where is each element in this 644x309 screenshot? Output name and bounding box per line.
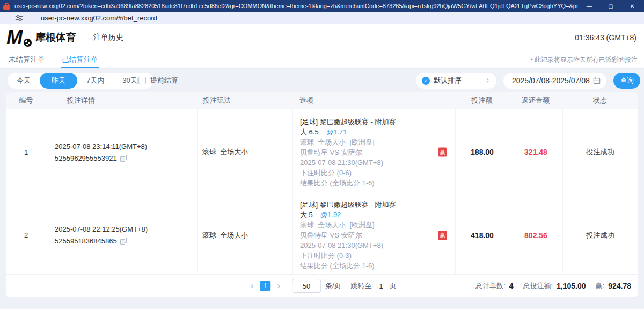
table-footer: ‹ 1 › 条/页 跳转至 1 页 总计单数: 4 总投注额: 1,105.00…: [6, 274, 638, 297]
sort-select[interactable]: ✓ 默认排序 ▲▼: [416, 73, 496, 89]
app-header: M 摩根体育 注单历史 01:36:43 (GMT+8): [0, 24, 644, 51]
sort-caret-icon: ▲▼: [486, 78, 489, 83]
bet-id: 5255962955553921: [55, 154, 117, 162]
maximize-button[interactable]: ▢: [600, 0, 621, 12]
range-yesterday[interactable]: 昨天: [40, 73, 77, 89]
score-at-bet: 下注时比分 (0-3): [300, 250, 455, 261]
brand-logo-icon: M: [6, 26, 32, 49]
tab-settled[interactable]: 已结算注单: [61, 51, 100, 68]
soccer-ball-icon: [23, 38, 32, 47]
col-header-no: 编号: [6, 96, 46, 105]
table-row: 1 2025-07-08 23:14:11(GMT+8) 52559629555…: [6, 109, 638, 196]
total-stake-label: 总投注额:: [523, 281, 553, 291]
page-unit-label: 页: [390, 281, 397, 291]
match-time: 2025-07-08 21:30(GMT+8): [300, 157, 455, 168]
copy-icon[interactable]: [120, 155, 127, 162]
bet-record-table: 编号 投注详情 投注玩法 选项 投注额 返还金额 状态 1 2025-07-08…: [6, 92, 638, 297]
win-badge-icon: 赢: [438, 148, 447, 157]
bet-id: 5255951836845865: [55, 237, 117, 245]
result-score: 结果比分 (全场比分 1-6): [300, 178, 455, 188]
bet-play-cell: 滚球 全场大小: [197, 109, 292, 196]
early-settle-option: 提前结算: [138, 73, 178, 89]
status-text: 投注成功: [562, 196, 638, 274]
win-badge-icon: 赢: [438, 231, 447, 240]
total-stake-value: 1,105.00: [557, 282, 586, 290]
bet-selection-cell: [足球] 黎巴嫩超级联赛 - 附加赛 大 5@1.92 滚球 全场大小 [欧洲盘…: [292, 196, 455, 274]
league-name: [足球] 黎巴嫩超级联赛 - 附加赛: [300, 117, 455, 127]
payout-amount: 802.56: [509, 196, 562, 274]
page-title: 注单历史: [93, 33, 123, 42]
total-win-value: 924.78: [608, 282, 631, 290]
date-range-group: 今天 昨天 7天内 30天内: [8, 73, 153, 89]
calendar-icon: [593, 77, 601, 84]
market-line: 滚球 全场大小 [欧洲盘]: [300, 220, 455, 230]
pagination: ‹ 1 › 条/页 跳转至 1 页: [247, 275, 397, 297]
bet-selection-cell: [足球] 黎巴嫩超级联赛 - 附加赛 大 6.5@1.71 滚球 全场大小 [欧…: [292, 109, 455, 196]
early-settle-label[interactable]: 提前结算: [150, 76, 178, 85]
server-clock: 01:36:43 (GMT+8): [575, 33, 636, 42]
filter-row: 今天 昨天 7天内 30天内 提前结算 ✓ 默认排序 ▲▼ 2025/07/08…: [0, 73, 644, 89]
browser-titlebar: user-pc-new.xxqj02.com/?token=cdb3a9689f…: [0, 0, 644, 12]
market-line: 滚球 全场大小 [欧洲盘]: [300, 137, 455, 147]
score-at-bet: 下注时比分 (0-6): [300, 168, 455, 178]
payout-amount: 321.48: [509, 109, 562, 196]
tab-unsettled[interactable]: 未结算注单: [8, 51, 46, 68]
brand-name: 摩根体育: [35, 31, 76, 45]
stake-amount: 418.00: [455, 196, 509, 274]
record-note: • 此记录将显示昨天所有已派彩的投注: [530, 55, 638, 64]
bet-time: 2025-07-08 23:14:11(GMT+8): [55, 142, 197, 150]
jump-to-label: 跳转至: [351, 281, 372, 291]
total-count-value: 4: [509, 282, 514, 290]
close-button[interactable]: ✕: [621, 0, 643, 12]
match-teams: 贝鲁特星 VS 安萨尔: [300, 230, 455, 240]
stake-amount: 188.00: [455, 109, 509, 196]
minimize-button[interactable]: —: [579, 0, 600, 12]
pick-line: 大 6.5@1.71: [300, 127, 455, 137]
range-today[interactable]: 今天: [8, 73, 40, 89]
table-row: 2 2025-07-08 22:12:25(GMT+8) 52559518368…: [6, 196, 638, 274]
league-name: [足球] 黎巴嫩超级联赛 - 附加赛: [300, 199, 455, 210]
jump-page-input[interactable]: 1: [379, 282, 383, 290]
url-text[interactable]: user-pc-new.xxqj02.com/#/bet_record: [41, 14, 157, 22]
match-time: 2025-07-08 21:30(GMT+8): [300, 240, 455, 250]
col-header-status: 状态: [562, 96, 638, 105]
odds-value: @1.92: [320, 211, 341, 219]
summary-totals: 总计单数: 4 总投注额: 1,105.00 赢: 924.78: [475, 275, 631, 297]
site-lock-icon: [3, 3, 10, 10]
col-header-payout: 返还金额: [509, 96, 562, 105]
row-number: 1: [6, 109, 46, 196]
current-page-button[interactable]: 1: [260, 281, 271, 291]
range-7days[interactable]: 7天内: [77, 73, 113, 89]
prev-page-icon[interactable]: ‹: [247, 281, 257, 291]
total-win-label: 赢:: [596, 281, 605, 291]
bet-detail-cell: 2025-07-08 23:14:11(GMT+8) 5255962955553…: [46, 109, 197, 196]
next-page-icon[interactable]: ›: [274, 281, 283, 291]
col-header-selection: 选项: [292, 96, 455, 105]
date-range-input[interactable]: 2025/07/08-2025/07/08: [503, 73, 606, 89]
bet-play-cell: 滚球 全场大小: [197, 196, 292, 274]
check-circle-icon: ✓: [422, 77, 430, 85]
odds-value: @1.71: [326, 128, 347, 136]
table-header-row: 编号 投注详情 投注玩法 选项 投注额 返还金额 状态: [6, 92, 638, 109]
status-text: 投注成功: [562, 109, 638, 196]
bet-time: 2025-07-08 22:12:25(GMT+8): [55, 225, 197, 233]
row-number: 2: [6, 196, 46, 274]
date-range-value: 2025/07/08-2025/07/08: [512, 76, 590, 85]
site-settings-icon[interactable]: [15, 14, 23, 22]
total-count-label: 总计单数:: [475, 281, 506, 291]
match-teams: 贝鲁特星 VS 安萨尔: [300, 147, 455, 157]
browser-addressbar[interactable]: user-pc-new.xxqj02.com/#/bet_record: [0, 12, 644, 24]
per-page-label: 条/页: [325, 281, 341, 291]
sort-selected-value: 默认排序: [434, 76, 462, 85]
early-settle-checkbox[interactable]: [138, 77, 146, 84]
result-score: 结果比分 (全场比分 1-6): [300, 261, 455, 271]
col-header-detail: 投注详情: [46, 96, 197, 105]
col-header-play: 投注玩法: [197, 96, 292, 105]
query-button[interactable]: 查询: [613, 73, 640, 89]
bet-detail-cell: 2025-07-08 22:12:25(GMT+8) 5255951836845…: [46, 196, 197, 274]
page-size-input[interactable]: [292, 279, 321, 293]
tab-band: 未结算注单 已结算注单 • 此记录将显示昨天所有已派彩的投注: [0, 51, 644, 69]
pick-line: 大 5@1.92: [300, 210, 455, 220]
copy-icon[interactable]: [120, 238, 127, 245]
window-title: user-pc-new.xxqj02.com/?token=cdb3a9689f…: [14, 3, 579, 9]
